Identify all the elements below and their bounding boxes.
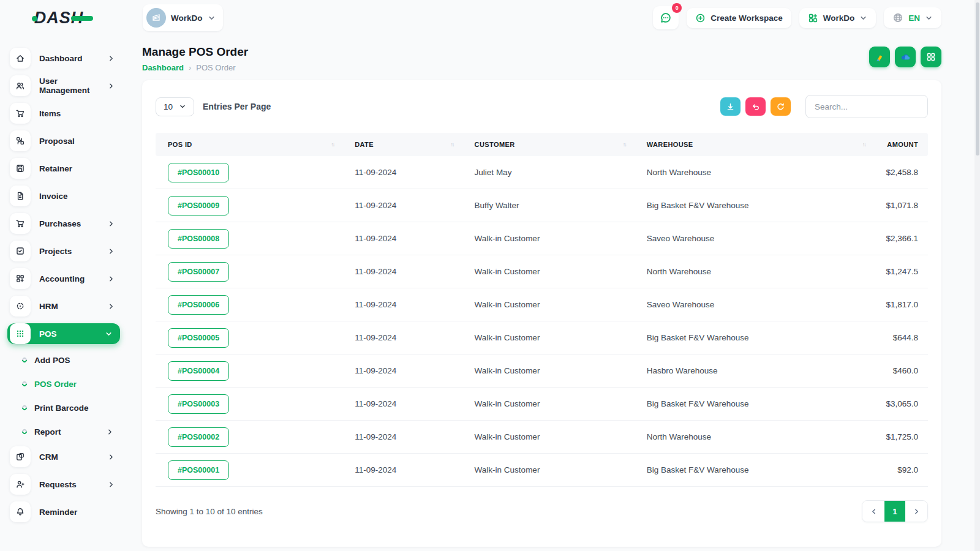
refresh-button[interactable] [771,97,791,116]
warehouse-cell: North Warehouse [635,432,874,441]
onedrive-icon [900,51,911,63]
sidebar-item-user-management[interactable]: User Management [7,75,120,96]
search-input[interactable] [805,95,928,118]
sidebar-subitem-print-barcode[interactable]: Print Barcode [7,399,120,417]
workspace-avatar [146,8,166,28]
entries-per-page-select[interactable]: 10 [156,97,194,116]
sidebar-subitem-add-pos[interactable]: Add POS [7,351,120,369]
date-cell: 11-09-2024 [342,168,462,177]
sidebar-subitem-pos-order[interactable]: POS Order [7,375,120,393]
date-cell: 11-09-2024 [342,465,462,474]
breadcrumb-dashboard-link[interactable]: Dashboard [142,63,184,72]
sidebar-item-accounting[interactable]: Accounting [7,268,120,289]
column-header-customer[interactable]: CUSTOMER↑↓ [462,141,635,148]
file-icon [10,186,31,206]
topbar: DASH WorkDo 0 Create Workspace WorkDo [0,0,980,36]
chevron-down-icon [208,14,216,22]
sidebar-subitem-report[interactable]: Report [7,422,120,441]
column-header-date[interactable]: DATE↑↓ [342,141,462,148]
scrollbar-thumb[interactable] [976,2,979,156]
date-cell: 11-09-2024 [342,399,462,408]
column-header-amount[interactable]: AMOUNT [874,141,928,148]
onedrive-button[interactable] [895,47,916,67]
sidebar-item-hrm[interactable]: HRM [7,296,120,317]
sidebar-item-reminder[interactable]: Reminder [7,501,120,522]
sort-icon[interactable]: ↑↓ [331,141,334,148]
column-header-pos-id[interactable]: POS ID↑↓ [156,141,342,148]
export-download-button[interactable] [720,97,741,116]
warehouse-cell: Big Basket F&V Warehouse [635,333,874,342]
breadcrumb-separator-icon: › [189,63,191,72]
logo-dot-icon [32,16,37,21]
pos-id-badge[interactable]: #POS00002 [168,427,229,447]
page-title: Manage POS Order [142,45,248,59]
page-scrollbar[interactable] [974,0,980,551]
swap-boxes-icon [10,130,31,151]
sidebar-item-requests[interactable]: Requests [7,474,120,495]
grid-icon [926,52,936,62]
amount-cell: $1,071.8 [874,201,928,210]
warehouse-cell: North Warehouse [635,168,874,177]
amount-cell: $3,065.0 [874,399,928,408]
page-number-1[interactable]: 1 [884,501,905,522]
pos-id-badge[interactable]: #POS00005 [168,328,229,348]
workspace-selector[interactable]: WorkDo [143,4,223,31]
customer-cell: Walk-in Customer [462,399,635,408]
date-cell: 11-09-2024 [342,333,462,342]
pos-id-badge[interactable]: #POS00008 [168,229,229,249]
workdo-menu-button[interactable]: WorkDo [799,8,876,28]
logo-dash-icon [71,16,93,21]
sidebar-item-invoice[interactable]: Invoice [7,186,120,206]
pos-id-badge[interactable]: #POS00003 [168,394,229,414]
sidebar-item-crm[interactable]: CRM [7,446,120,467]
table-row: #POS00003 11-09-2024 Walk-in Customer Bi… [156,388,928,421]
pos-order-table: POS ID↑↓ DATE↑↓ CUSTOMER↑↓ WAREHOUSE↑↓ A… [156,133,928,487]
grid-view-button[interactable] [921,47,941,67]
chevron-right-icon [107,82,115,90]
customer-cell: Walk-in Customer [462,465,635,474]
undo-icon [751,102,760,111]
sort-icon[interactable]: ↑↓ [623,141,626,148]
sidebar-item-items[interactable]: Items [7,103,120,124]
previous-page-button[interactable] [862,501,884,522]
pos-id-badge[interactable]: #POS00004 [168,361,229,381]
create-workspace-button[interactable]: Create Workspace [687,8,791,28]
create-workspace-label: Create Workspace [710,13,783,23]
pos-id-badge[interactable]: #POS00006 [168,295,229,315]
pos-id-badge[interactable]: #POS00009 [168,196,229,216]
bullet-icon [21,356,28,363]
date-cell: 11-09-2024 [342,267,462,276]
amount-cell: $2,366.1 [874,234,928,243]
google-drive-button[interactable] [869,47,890,67]
brand-logo[interactable]: DASH [0,9,127,28]
entries-value: 10 [164,102,173,111]
next-page-button[interactable] [905,501,927,522]
chevron-down-icon [859,14,867,22]
sidebar-item-dashboard[interactable]: Dashboard [7,48,120,69]
sidebar-item-projects[interactable]: Projects [7,241,120,261]
amount-cell: $92.0 [874,465,928,474]
chevron-right-icon [107,275,115,283]
sort-icon[interactable]: ↑↓ [862,141,865,148]
grid-plus-icon [10,268,31,289]
pos-id-badge[interactable]: #POS00001 [168,460,229,480]
reset-button[interactable] [745,97,766,116]
download-icon [726,102,735,111]
sort-icon[interactable]: ↑↓ [451,141,454,148]
column-header-warehouse[interactable]: WAREHOUSE↑↓ [635,141,874,148]
workspace-name: WorkDo [171,13,203,23]
customer-cell: Juliet May [462,168,635,177]
chevron-right-icon [107,453,115,461]
sidebar-item-retainer[interactable]: Retainer [7,158,120,179]
amount-cell: $1,725.0 [874,432,928,441]
sidebar-item-pos[interactable]: POS [7,323,120,344]
sidebar-item-purchases[interactable]: Purchases [7,213,120,234]
pos-id-badge[interactable]: #POS00007 [168,262,229,282]
dots-grid-icon [10,323,31,344]
table-body: #POS00010 11-09-2024 Juliet May North Wa… [156,156,928,487]
table-row: #POS00008 11-09-2024 Walk-in Customer Sa… [156,222,928,255]
language-selector[interactable]: EN [884,7,941,28]
messages-button[interactable]: 0 [653,6,679,29]
pos-id-badge[interactable]: #POS00010 [168,163,229,182]
sidebar-item-proposal[interactable]: Proposal [7,130,120,151]
